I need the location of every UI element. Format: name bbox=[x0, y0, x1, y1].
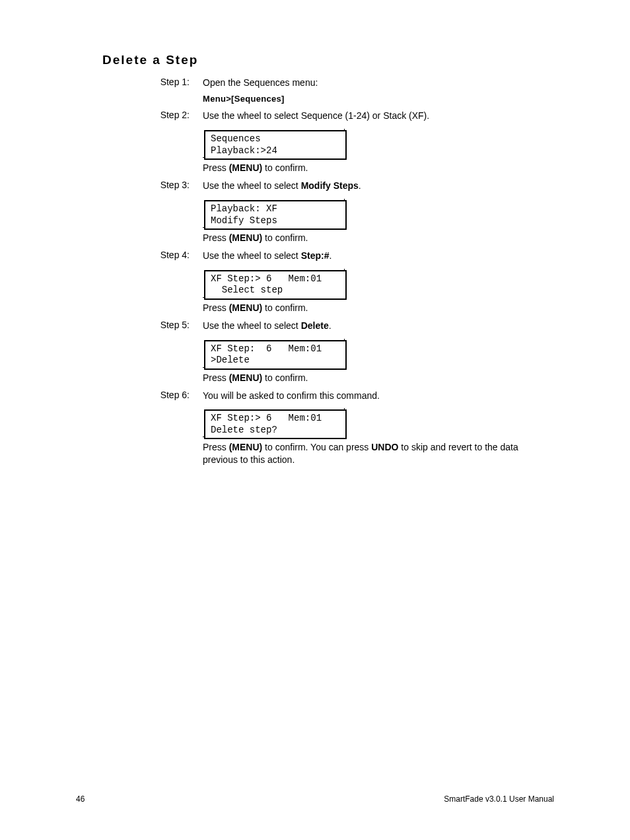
text: to confirm. You can press bbox=[262, 442, 371, 452]
text: . bbox=[329, 320, 332, 331]
press-line: Press (MENU) to confirm. bbox=[203, 162, 554, 174]
text: Press bbox=[203, 372, 229, 383]
lcd-screen-text: XF Step:> 6 Mem:01 Select step bbox=[204, 270, 347, 300]
step-intro: Use the wheel to select Delete. bbox=[203, 320, 554, 332]
step-6: Step 6: You will be asked to confirm thi… bbox=[102, 390, 554, 471]
lcd-screen: XF Step: 6 Mem:01 >Delete bbox=[203, 339, 345, 368]
lcd-screen-text: XF Step: 6 Mem:01 >Delete bbox=[204, 340, 347, 370]
text: Use the wheel to select bbox=[203, 250, 301, 261]
step-label: Step 1: bbox=[102, 77, 203, 108]
step-body: Use the wheel to select Delete. XF Step:… bbox=[203, 320, 554, 388]
menu-path: Menu>[Sequences] bbox=[203, 93, 554, 105]
page-footer: 46 SmartFade v3.0.1 User Manual bbox=[76, 794, 554, 804]
menu-button-ref: (MENU) bbox=[229, 302, 263, 313]
press-line: Press (MENU) to confirm. bbox=[203, 232, 554, 244]
text: Press bbox=[203, 162, 229, 173]
step-label: Step 2: bbox=[102, 110, 203, 178]
emphasis: Modify Steps bbox=[301, 180, 359, 191]
text: to confirm. bbox=[262, 162, 308, 173]
step-5: Step 5: Use the wheel to select Delete. … bbox=[102, 320, 554, 388]
step-4: Step 4: Use the wheel to select Step:#. … bbox=[102, 250, 554, 318]
step-2: Step 2: Use the wheel to select Sequence… bbox=[102, 110, 554, 178]
emphasis: Step:# bbox=[301, 250, 330, 261]
lcd-screen-text: XF Step:> 6 Mem:01 Delete step? bbox=[204, 409, 347, 439]
menu-button-ref: (MENU) bbox=[229, 372, 263, 383]
emphasis: Delete bbox=[301, 320, 329, 331]
step-label: Step 5: bbox=[102, 320, 203, 388]
menu-button-ref: (MENU) bbox=[229, 232, 263, 243]
section-title: Delete a Step bbox=[102, 53, 554, 67]
step-body: Use the wheel to select Modify Steps. Pl… bbox=[203, 180, 554, 248]
manual-title: SmartFade v3.0.1 User Manual bbox=[444, 794, 554, 804]
step-label: Step 4: bbox=[102, 250, 203, 318]
text: to confirm. bbox=[262, 232, 308, 243]
text: Press bbox=[203, 442, 229, 452]
text: Use the wheel to select bbox=[203, 320, 301, 331]
undo-button-ref: UNDO bbox=[371, 442, 398, 452]
step-body: Open the Sequences menu: Menu>[Sequences… bbox=[203, 77, 554, 108]
text: . bbox=[359, 180, 361, 191]
lcd-screen-text: Sequences Playback:>24 bbox=[204, 130, 347, 160]
step-label: Step 6: bbox=[102, 390, 203, 471]
final-line: Press (MENU) to confirm. You can press U… bbox=[203, 441, 554, 466]
step-body: Use the wheel to select Sequence (1-24) … bbox=[203, 110, 554, 178]
page-number: 46 bbox=[76, 794, 85, 804]
step-intro: Open the Sequences menu: bbox=[203, 77, 554, 89]
text: Use the wheel to select bbox=[203, 180, 301, 191]
text: . bbox=[329, 250, 332, 261]
text: to confirm. bbox=[262, 372, 308, 383]
step-intro: Use the wheel to select Modify Steps. bbox=[203, 180, 554, 192]
lcd-screen: Playback: XF Modify Steps bbox=[203, 199, 345, 228]
step-body: You will be asked to confirm this comman… bbox=[203, 390, 554, 471]
lcd-screen-text: Playback: XF Modify Steps bbox=[204, 200, 347, 230]
step-intro: Use the wheel to select Sequence (1-24) … bbox=[203, 110, 554, 122]
press-line: Press (MENU) to confirm. bbox=[203, 302, 554, 314]
text: Press bbox=[203, 232, 229, 243]
menu-button-ref: (MENU) bbox=[229, 442, 263, 452]
step-1: Step 1: Open the Sequences menu: Menu>[S… bbox=[102, 77, 554, 108]
menu-button-ref: (MENU) bbox=[229, 162, 263, 173]
step-intro: You will be asked to confirm this comman… bbox=[203, 390, 554, 402]
step-body: Use the wheel to select Step:#. XF Step:… bbox=[203, 250, 554, 318]
lcd-screen: XF Step:> 6 Mem:01 Delete step? bbox=[203, 408, 345, 437]
lcd-screen: XF Step:> 6 Mem:01 Select step bbox=[203, 269, 345, 298]
lcd-screen: Sequences Playback:>24 bbox=[203, 129, 345, 158]
press-line: Press (MENU) to confirm. bbox=[203, 372, 554, 384]
step-label: Step 3: bbox=[102, 180, 203, 248]
text: to confirm. bbox=[262, 302, 308, 313]
text: Press bbox=[203, 302, 229, 313]
step-intro: Use the wheel to select Step:#. bbox=[203, 250, 554, 262]
step-3: Step 3: Use the wheel to select Modify S… bbox=[102, 180, 554, 248]
